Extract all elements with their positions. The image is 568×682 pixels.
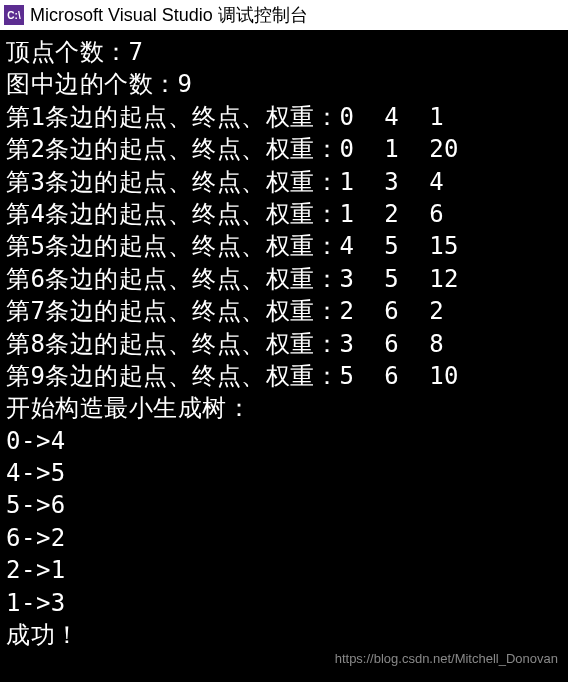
- app-icon-text: C:\: [7, 10, 20, 21]
- app-icon: C:\: [4, 5, 24, 25]
- console-line: 第8条边的起点、终点、权重：3 6 8: [6, 328, 562, 360]
- title-bar: C:\ Microsoft Visual Studio 调试控制台: [0, 0, 568, 32]
- console-line: 第3条边的起点、终点、权重：1 3 4: [6, 166, 562, 198]
- console-line: 开始构造最小生成树：: [6, 392, 562, 424]
- console-line: 2->1: [6, 554, 562, 586]
- console-line: 1->3: [6, 587, 562, 619]
- console-line: 第6条边的起点、终点、权重：3 5 12: [6, 263, 562, 295]
- window-title: Microsoft Visual Studio 调试控制台: [30, 3, 308, 27]
- console-line: 图中边的个数：9: [6, 68, 562, 100]
- console-line: 第2条边的起点、终点、权重：0 1 20: [6, 133, 562, 165]
- console-line: 6->2: [6, 522, 562, 554]
- console-line: 成功！: [6, 619, 562, 651]
- console-line: 第4条边的起点、终点、权重：1 2 6: [6, 198, 562, 230]
- console-line: 第9条边的起点、终点、权重：5 6 10: [6, 360, 562, 392]
- console-line: 4->5: [6, 457, 562, 489]
- console-output: 顶点个数：7 图中边的个数：9 第1条边的起点、终点、权重：0 4 1 第2条边…: [0, 32, 568, 682]
- console-line: 顶点个数：7: [6, 36, 562, 68]
- console-line: 第1条边的起点、终点、权重：0 4 1: [6, 101, 562, 133]
- console-line: 0->4: [6, 425, 562, 457]
- console-line: 5->6: [6, 489, 562, 521]
- watermark-text: https://blog.csdn.net/Mitchell_Donovan: [335, 650, 558, 668]
- console-line: 第7条边的起点、终点、权重：2 6 2: [6, 295, 562, 327]
- console-line: 第5条边的起点、终点、权重：4 5 15: [6, 230, 562, 262]
